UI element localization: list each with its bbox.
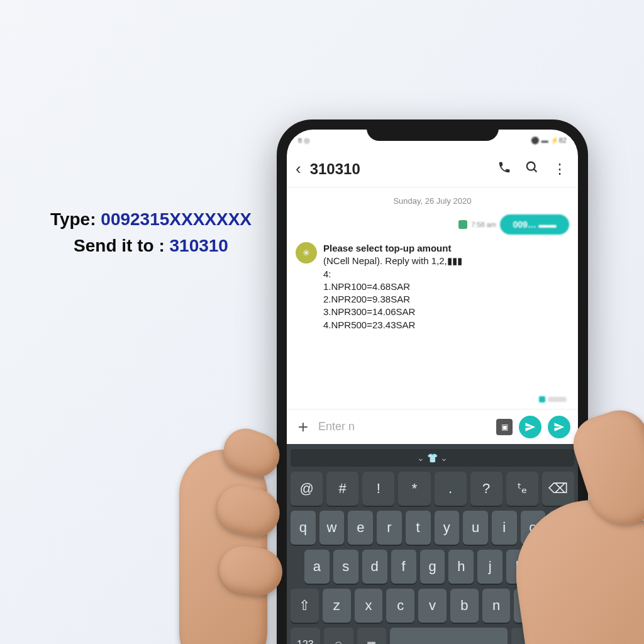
send-label: Send it to :	[74, 236, 169, 255]
incoming-line1: Please select top-up amount	[323, 243, 451, 253]
svg-point-0	[527, 162, 535, 170]
key-q[interactable]: q	[291, 511, 316, 545]
key-i[interactable]: i	[492, 511, 517, 545]
incoming-opt3: 3.NPR300=14.06SAR	[323, 306, 415, 317]
instruction-block: Type: 0092315XXXXXXX Send it to : 310310	[25, 206, 277, 259]
key-h[interactable]: h	[448, 550, 474, 584]
incoming-opt1: 1.NPR100=4.68SAR	[323, 281, 410, 292]
key-r[interactable]: r	[377, 511, 402, 545]
key-emoji[interactable]: ☺	[324, 628, 353, 644]
key-a[interactable]: a	[304, 550, 330, 584]
key-period[interactable]: .	[511, 628, 541, 644]
key-w[interactable]: w	[319, 511, 345, 545]
key-u[interactable]: u	[463, 511, 488, 545]
key-123[interactable]: 123	[291, 628, 320, 644]
ghost-header: ← Contact Profile	[327, 82, 591, 103]
ghost-back-arrow: ←	[327, 82, 346, 103]
phone-mockup: tt ◎ ⚫ ▬ ⚡82 ‹ 310310 ⋮ Sunday, 26 July …	[277, 119, 588, 644]
message-input-bar: + Enter n ▣	[287, 409, 578, 444]
sim-badge-icon	[458, 220, 467, 229]
phone-notch	[367, 119, 499, 141]
key-excl[interactable]: !	[362, 472, 394, 506]
key-backspace[interactable]: ⌫	[546, 589, 574, 623]
keyboard-suggestion-bar[interactable]: ⌄ 👕 ⌄	[291, 449, 574, 467]
key-s[interactable]: s	[333, 550, 358, 584]
incoming-line2: (NCell Nepal). Reply with 1,2,▮▮▮	[323, 255, 462, 266]
conversation-pane[interactable]: Sunday, 26 July 2020 7:58 am 009… ▬▬ ✳ P…	[287, 187, 578, 409]
key-grid[interactable]: ▦	[357, 628, 387, 644]
key-space[interactable]	[390, 628, 508, 644]
key-g[interactable]: g	[420, 550, 445, 584]
key-m[interactable]: m	[514, 589, 542, 623]
send-value: 310310	[170, 236, 228, 255]
keyboard-row-symbols: @ # ! * . ? ᵗₑ ⌫	[291, 472, 574, 506]
attach-icon[interactable]: +	[294, 417, 312, 437]
sms-app-header: ‹ 310310 ⋮	[287, 151, 578, 187]
keyboard-row-3: ⇧ z x c v b n m ⌫	[291, 589, 574, 623]
emoji-icon[interactable]: ▣	[496, 419, 513, 435]
key-enter[interactable]: ↵	[545, 628, 574, 644]
key-dot[interactable]: .	[435, 472, 467, 506]
ghost-title: Contact Profile	[365, 83, 472, 103]
instruction-line-2: Send it to : 310310	[25, 233, 277, 259]
key-e[interactable]: e	[348, 511, 373, 545]
keyboard-row-4: 123 ☺ ▦ . ↵	[291, 628, 574, 644]
keyboard-row-1: q w e r t y u i o p	[291, 511, 574, 545]
send-button-2[interactable]	[548, 416, 570, 438]
status-left: tt ◎	[298, 136, 310, 145]
status-right: ⚫ ▬ ⚡82	[531, 136, 567, 145]
key-star[interactable]: *	[398, 472, 430, 506]
call-icon[interactable]	[495, 160, 514, 178]
key-t[interactable]: t	[406, 511, 431, 545]
key-j[interactable]: j	[477, 550, 502, 584]
incoming-opt4: 4.NPR500=23.43SAR	[323, 319, 415, 330]
key-x[interactable]: x	[355, 589, 383, 623]
key-qmark[interactable]: ?	[470, 472, 502, 506]
key-l[interactable]: l	[535, 550, 560, 584]
key-b[interactable]: b	[450, 589, 479, 623]
svg-line-1	[534, 169, 537, 172]
key-at[interactable]: @	[291, 472, 323, 506]
incoming-message-row: ✳ Please select top-up amount (NCell Nep…	[296, 242, 569, 331]
key-v[interactable]: v	[418, 589, 447, 623]
key-p[interactable]: p	[549, 511, 574, 545]
key-backspace-top[interactable]: ⌫	[542, 472, 574, 506]
more-icon[interactable]: ⋮	[550, 161, 569, 177]
send-button-1[interactable]	[519, 416, 541, 438]
key-n[interactable]: n	[482, 589, 511, 623]
search-icon[interactable]	[523, 160, 541, 178]
instruction-line-1: Type: 0092315XXXXXXX	[25, 206, 277, 233]
type-label: Type:	[50, 209, 101, 229]
contact-title[interactable]: 310310	[310, 160, 486, 178]
incoming-bubble[interactable]: Please select top-up amount (NCell Nepal…	[323, 242, 462, 331]
key-o[interactable]: o	[521, 511, 546, 545]
outgoing-bubble[interactable]: 009… ▬▬	[500, 214, 569, 235]
key-z[interactable]: z	[323, 589, 351, 623]
key-hash[interactable]: #	[326, 472, 358, 506]
outgoing-message-row: 7:58 am 009… ▬▬	[296, 214, 569, 235]
type-value: 0092315XXXXXXX	[101, 209, 252, 229]
incoming-line3: 4:	[323, 269, 331, 279]
keyboard-row-2: a s d f g h j k l	[291, 550, 574, 584]
back-icon[interactable]: ‹	[296, 159, 301, 179]
key-y[interactable]: y	[435, 511, 460, 545]
incoming-opt2: 2.NPR200=9.38SAR	[323, 294, 410, 304]
key-k[interactable]: k	[506, 550, 531, 584]
key-f[interactable]: f	[391, 550, 416, 584]
onscreen-keyboard: ⌄ 👕 ⌄ @ # ! * . ? ᵗₑ ⌫ q w e	[287, 444, 578, 644]
read-indicator	[539, 396, 567, 402]
outgoing-time: 7:58 am	[471, 221, 496, 228]
sender-avatar[interactable]: ✳	[296, 242, 317, 264]
key-shift[interactable]: ⇧	[291, 589, 319, 623]
key-d[interactable]: d	[362, 550, 387, 584]
key-lang[interactable]: ᵗₑ	[506, 472, 538, 506]
date-separator: Sunday, 26 July 2020	[296, 196, 569, 206]
message-input[interactable]: Enter n	[318, 420, 490, 433]
key-c[interactable]: c	[386, 589, 414, 623]
